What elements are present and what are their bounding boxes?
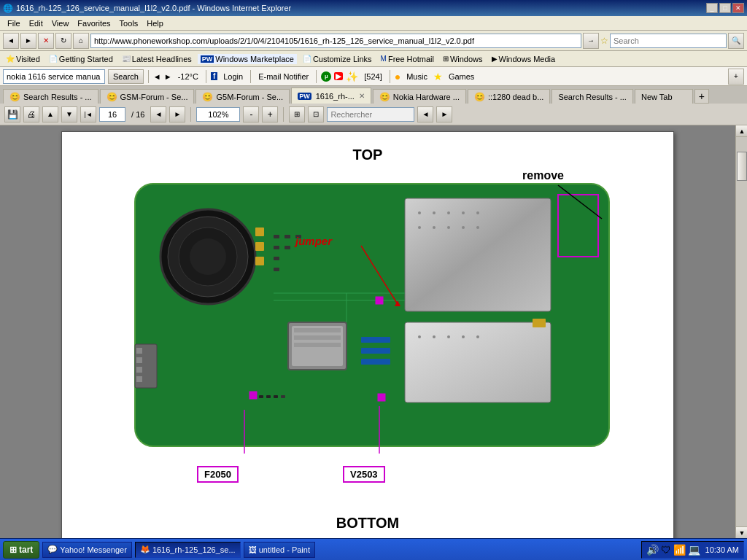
bottom-label: BOTTOM xyxy=(336,515,399,531)
menu-view[interactable]: View xyxy=(47,18,74,29)
nav-bar: ◄ ► ✕ ↻ ⌂ → ☆ 🔍 xyxy=(0,31,747,51)
tab-1280[interactable]: 😊 ::1280 dead b... xyxy=(468,89,550,104)
tray-icon-1[interactable]: 🔊 xyxy=(646,544,659,556)
pdf-select-button[interactable]: ⊡ xyxy=(308,106,324,122)
pdf-zoom-out-button[interactable]: - xyxy=(243,106,259,122)
svg-rect-48 xyxy=(266,395,271,398)
menu-edit[interactable]: Edit xyxy=(25,18,47,29)
svg-rect-50 xyxy=(281,395,285,398)
pdf-nav-up-button[interactable]: ▲ xyxy=(42,106,58,122)
minimize-button[interactable]: _ xyxy=(706,3,718,13)
music-icon: ● xyxy=(395,71,400,82)
menu-help[interactable]: Help xyxy=(142,18,168,29)
email-notifier-item[interactable]: E-mail Notifier xyxy=(255,72,311,81)
pdf-search-input[interactable] xyxy=(327,107,414,122)
taskbar-firefox[interactable]: 🦊 1616_rh-125_126_se... xyxy=(135,542,241,558)
pdf-fit-button[interactable]: ⊞ xyxy=(289,106,305,122)
taskbar-yahoo[interactable]: 💬 Yahoo! Messenger xyxy=(42,542,132,558)
pdf-zoom-input[interactable] xyxy=(196,107,240,122)
taskbar-paint[interactable]: 🖼 untitled - Paint xyxy=(244,542,315,558)
close-button[interactable]: ✕ xyxy=(732,3,744,13)
title-bar-text: 1616_rh-125_126_service_manual_l1l2_v2.0… xyxy=(16,4,291,12)
menu-tools[interactable]: Tools xyxy=(115,18,143,29)
tab-gsm-forum-1[interactable]: 😊 GSM-Forum - Se... xyxy=(100,89,195,104)
stop-button[interactable]: ✕ xyxy=(38,33,54,49)
scroll-up-button[interactable]: ▲ xyxy=(736,125,747,137)
pdf-prev-button[interactable]: ◄ xyxy=(150,106,166,122)
fb-icon: f xyxy=(211,72,217,80)
start-button[interactable]: ⊞ tart xyxy=(3,541,39,559)
pdf-first-page-button[interactable]: |◄ xyxy=(80,106,96,122)
bookmark-media[interactable]: ▶Windows Media xyxy=(489,54,559,64)
search-input[interactable] xyxy=(610,34,727,48)
svg-point-25 xyxy=(476,211,479,214)
firefox-taskbar-icon: 🦊 xyxy=(140,545,150,554)
scroll-track[interactable] xyxy=(736,137,747,526)
forward-button[interactable]: ► xyxy=(20,33,36,49)
tray-icon-4[interactable]: 💻 xyxy=(688,544,700,556)
separator4 xyxy=(316,70,317,83)
title-bar: 🌐 1616_rh-125_126_service_manual_l1l2_v2… xyxy=(0,0,747,16)
pdf-search-prev-button[interactable]: ◄ xyxy=(417,106,433,122)
tab-close-icon[interactable]: ✕ xyxy=(359,92,365,100)
add-toolbar-button[interactable]: + xyxy=(728,69,744,85)
nav-next-icon[interactable]: ► xyxy=(164,72,172,81)
smiley-icon: 😊 xyxy=(202,92,213,102)
tab-nokia-hardware[interactable]: 😊 Nokia Hardware ... xyxy=(373,89,466,104)
search-button-nav[interactable]: 🔍 xyxy=(728,33,744,49)
pdf-save-button[interactable]: 💾 xyxy=(4,106,20,122)
bookmark-headlines[interactable]: 📰Latest Headlines xyxy=(119,54,195,64)
svg-point-26 xyxy=(418,226,421,229)
pdf-search-next-button[interactable]: ► xyxy=(436,106,452,122)
home-button[interactable]: ⌂ xyxy=(73,33,89,49)
nav-prev-icon[interactable]: ◄ xyxy=(153,72,161,81)
separator3 xyxy=(250,70,251,83)
bookmark-marketplace[interactable]: PWWindows Marketplace xyxy=(198,54,297,64)
tray-icon-2[interactable]: 🛡 xyxy=(661,544,671,556)
tab-search-results-1[interactable]: 😊 Search Results - ... xyxy=(3,89,98,104)
bookmark-visited[interactable]: ⭐Visited xyxy=(3,54,43,64)
tab-search-results-2[interactable]: Search Results - ... xyxy=(551,89,633,104)
svg-rect-39 xyxy=(361,348,390,354)
refresh-button[interactable]: ↻ xyxy=(55,33,71,49)
separator xyxy=(148,70,149,83)
smiley-icon: 😊 xyxy=(474,92,485,102)
pdf-zoom-in-button[interactable]: + xyxy=(262,106,278,122)
search-toolbar-button[interactable]: Search xyxy=(108,69,144,84)
favorites-star-icon[interactable]: ☆ xyxy=(600,36,608,46)
bookmark-hotmail[interactable]: MFree Hotmail xyxy=(378,54,437,64)
pdf-print-button[interactable]: 🖨 xyxy=(23,106,39,122)
svg-point-28 xyxy=(447,226,450,229)
scroll-down-button[interactable]: ▼ xyxy=(736,526,747,538)
bookmark-windows[interactable]: ⊞Windows xyxy=(440,54,486,64)
tab-new-tab[interactable]: New Tab xyxy=(635,89,693,104)
address-bar[interactable] xyxy=(90,34,581,48)
svg-point-36 xyxy=(476,335,479,338)
svg-rect-7 xyxy=(255,257,264,265)
tab-gsm-forum-2[interactable]: 😊 G5M-Forum - Se... xyxy=(196,89,290,104)
pdf-next-button[interactable]: ► xyxy=(169,106,185,122)
menu-file[interactable]: File xyxy=(3,18,25,29)
counter-item[interactable]: [524] xyxy=(361,72,384,81)
search-field[interactable] xyxy=(3,69,105,84)
bookmark-customize[interactable]: 📄Customize Links xyxy=(300,54,375,64)
go-button[interactable]: → xyxy=(583,33,599,49)
maximize-button[interactable]: □ xyxy=(719,3,731,13)
toolbar2: Search ◄ ► -12°C f Login E-mail Notifier… xyxy=(0,67,747,86)
bookmark-getting-started[interactable]: 📄Getting Started xyxy=(46,54,116,64)
svg-rect-45 xyxy=(136,376,142,382)
svg-rect-19 xyxy=(294,343,341,347)
svg-rect-13 xyxy=(274,257,279,260)
new-tab-button[interactable]: + xyxy=(694,89,709,104)
music-item[interactable]: Music xyxy=(403,72,430,81)
scroll-thumb[interactable] xyxy=(737,152,747,181)
tray-icon-3[interactable]: 📶 xyxy=(673,544,686,556)
menu-favorites[interactable]: Favorites xyxy=(73,18,115,29)
tab-pdf-active[interactable]: PW 1616_rh-... ✕ xyxy=(291,88,371,104)
games-item[interactable]: Games xyxy=(446,72,477,81)
pdf-page-input[interactable] xyxy=(99,107,125,122)
login-item[interactable]: Login xyxy=(220,72,246,81)
back-button[interactable]: ◄ xyxy=(3,33,19,49)
pdf-nav-down-button[interactable]: ▼ xyxy=(61,106,77,122)
svg-rect-40 xyxy=(361,359,390,365)
